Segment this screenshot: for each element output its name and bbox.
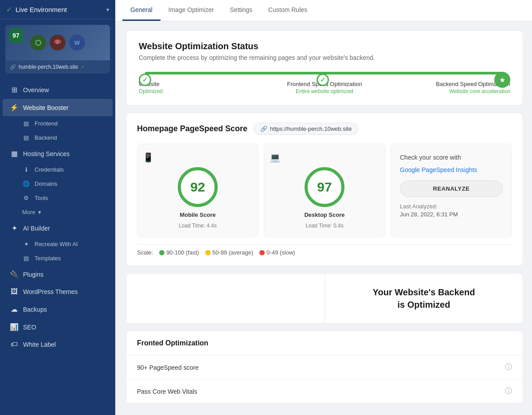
- sidebar-item-label: WordPress Themes: [23, 288, 106, 295]
- backups-icon: ☁: [10, 305, 19, 313]
- wp-themes-icon: 🖼: [10, 288, 19, 296]
- last-analyzed-section: Last Analyzed: Jun 28, 2022, 6:31 PM: [400, 202, 503, 218]
- sidebar-item-label: Hosting Services: [23, 150, 106, 157]
- sidebar-item-tools[interactable]: ⚙ Tools: [3, 191, 113, 205]
- tabs-bar: General Image Optimizer Settings Custom …: [115, 0, 532, 21]
- eye-icon[interactable]: 👁: [50, 35, 66, 51]
- tab-general[interactable]: General: [122, 0, 160, 21]
- sidebar-item-recreate[interactable]: ✦ Recreate With AI: [3, 237, 113, 251]
- dot-yellow: [205, 250, 211, 255]
- main-content: General Image Optimizer Settings Custom …: [115, 0, 532, 415]
- sidebar-item-plugins[interactable]: 🔌 Plugins: [3, 266, 113, 283]
- info-icon[interactable]: ⓘ: [505, 363, 512, 372]
- sidebar-item-label: Overview: [23, 86, 106, 94]
- backend-optimized-card: Your Website's Backendis Optimized: [325, 274, 523, 323]
- sidebar-item-label: SEO: [23, 324, 106, 331]
- mobile-device-icon: 📱: [143, 152, 154, 163]
- sidebar-sub-label: Backend: [35, 134, 57, 141]
- recreate-icon: ✦: [22, 241, 30, 247]
- hosting-more[interactable]: More ▾: [3, 205, 113, 219]
- sidebar-item-wp-themes[interactable]: 🖼 WordPress Themes: [3, 283, 113, 300]
- site-card: 97 ⬡ 👁 W 🔗 humble-perch.10web.site ✓: [5, 25, 110, 74]
- sidebar-item-domains[interactable]: 🌐 Domains: [3, 177, 113, 191]
- sidebar-item-templates[interactable]: ▤ Templates: [3, 251, 113, 265]
- sidebar-item-website-booster[interactable]: ⚡ Website Booster: [3, 99, 113, 116]
- fronted-row-pagespeed: 90+ PageSpeed score ⓘ: [126, 356, 523, 380]
- fronted-title: Fronted Optimization: [137, 339, 208, 347]
- fronted-optimization-card: Fronted Optimization 90+ PageSpeed score…: [126, 331, 523, 404]
- backend-row: Your Website's Backendis Optimized: [126, 273, 523, 324]
- layers-icon[interactable]: ⬡: [30, 35, 46, 51]
- url-badge[interactable]: 🔗 https://humble-perch.10web.site: [254, 123, 358, 135]
- sidebar-item-label: White Label: [23, 341, 106, 348]
- sidebar-item-overview[interactable]: ⊞ Overview: [3, 81, 113, 98]
- sidebar-item-label: Plugins: [23, 271, 106, 278]
- env-selector[interactable]: ✓ Live Environment ▾: [0, 0, 115, 20]
- google-pagespeed-link[interactable]: Google PageSpeed Insights: [400, 166, 503, 173]
- desktop-load-time: Load Time: 0.4s: [305, 223, 343, 229]
- backend-left: [126, 274, 325, 323]
- checkpoint-backend: ★: [494, 72, 510, 88]
- url-text: https://humble-perch.10web.site: [270, 125, 352, 132]
- env-check-icon: ✓: [6, 5, 12, 14]
- domains-icon: 🌐: [22, 180, 30, 187]
- tools-icon: ⚙: [22, 195, 30, 201]
- scores-grid: 📱 92 Mobile Score Load Time: 4.4s 💻 97 D…: [137, 144, 512, 237]
- sidebar-item-backups[interactable]: ☁ Backups: [3, 301, 113, 318]
- desktop-score-label: Desktop Score: [304, 211, 344, 218]
- sidebar-sub-label: Credentials: [35, 166, 64, 173]
- wp-icon[interactable]: W: [69, 35, 85, 51]
- plugins-icon: 🔌: [10, 270, 19, 278]
- label-status: Entire website optimized: [262, 88, 386, 94]
- label-status: Website core acceleration: [387, 88, 510, 94]
- scale-row: Scale: 90-100 (fast) 50-89 (average) 0-4…: [137, 244, 512, 256]
- overview-icon: ⊞: [10, 86, 19, 94]
- tab-custom-rules[interactable]: Custom Rules: [260, 0, 315, 21]
- tab-image-optimizer[interactable]: Image Optimizer: [160, 0, 222, 21]
- sidebar-item-backend[interactable]: ▤ Backend: [3, 131, 113, 145]
- sidebar-item-seo[interactable]: 📊 SEO: [3, 318, 113, 336]
- frontend-icon: ▤: [22, 120, 30, 127]
- scale-average: 50-89 (average): [205, 249, 254, 256]
- info-icon[interactable]: ⓘ: [505, 387, 512, 396]
- sidebar-item-frontend[interactable]: ▤ Frontend: [3, 117, 113, 130]
- desktop-score-circle: 97: [305, 167, 344, 207]
- sidebar-item-white-label[interactable]: 🏷 White Label: [3, 336, 113, 353]
- backend-optimized-text: Your Website's Backendis Optimized: [373, 286, 475, 311]
- tab-settings[interactable]: Settings: [222, 0, 261, 21]
- pagespeed-card: Homepage PageSpeed Score 🔗 https://humbl…: [126, 113, 523, 266]
- backend-icon: ▤: [22, 134, 30, 141]
- sidebar-item-hosting[interactable]: ▦ Hosting Services: [3, 145, 113, 162]
- hosting-icon: ▦: [10, 149, 19, 158]
- content-area: Website Optimization Status Complete the…: [115, 21, 532, 415]
- pagespeed-title: Homepage PageSpeed Score: [137, 124, 247, 133]
- checkpoint-frontend: ✓: [317, 74, 329, 86]
- last-analyzed-label: Last Analyzed:: [400, 203, 438, 210]
- sidebar-sub-label: Tools: [35, 195, 48, 201]
- sidebar-item-credentials[interactable]: ℹ Credentials: [3, 163, 113, 176]
- link-icon: 🔗: [10, 64, 16, 70]
- mobile-score-circle: 92: [178, 167, 218, 207]
- ai-builder-icon: ✦: [10, 224, 19, 232]
- fronted-row-core-web: Pass Core Web Vitals ⓘ: [126, 380, 523, 403]
- mobile-load-time: Load Time: 4.4s: [179, 223, 216, 229]
- dot-green: [159, 250, 164, 255]
- opt-status-title: Website Optimization Status: [139, 41, 510, 51]
- env-chevron-icon: ▾: [106, 7, 109, 13]
- mobile-score-box: 📱 92 Mobile Score Load Time: 4.4s: [137, 144, 258, 237]
- reanalyze-button[interactable]: REANALYZE: [400, 180, 503, 197]
- seo-icon: 📊: [10, 323, 19, 331]
- booster-icon: ⚡: [10, 103, 19, 112]
- sidebar-item-label: AI Builder: [23, 225, 106, 232]
- site-icons: ⬡ 👁 W: [30, 35, 85, 51]
- templates-icon: ▤: [22, 255, 30, 262]
- sidebar-sub-label: Frontend: [35, 120, 58, 127]
- core-web-row-label: Pass Core Web Vitals: [137, 388, 197, 395]
- last-analyzed-date: Jun 28, 2022, 6:31 PM: [400, 211, 458, 218]
- sidebar-item-ai-builder[interactable]: ✦ AI Builder: [3, 219, 113, 237]
- site-url: humble-perch.10web.site: [19, 64, 78, 70]
- sidebar: ✓ Live Environment ▾ 97 ⬡ 👁 W 🔗 humble-p…: [0, 0, 115, 415]
- sidebar-sub-label: Templates: [35, 255, 61, 262]
- white-label-icon: 🏷: [10, 341, 19, 348]
- more-chevron-icon: ▾: [38, 209, 41, 215]
